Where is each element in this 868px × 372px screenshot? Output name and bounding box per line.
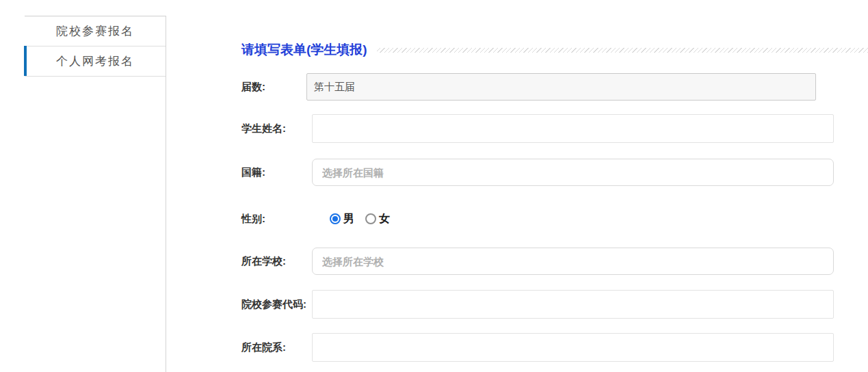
sidebar-item-institution-registration[interactable]: 院校参赛报名: [25, 16, 166, 46]
nationality-label: 国籍:: [241, 166, 312, 179]
form-title-row: 请填写表单(学生填报): [241, 40, 868, 60]
student-name-label: 学生姓名:: [241, 122, 312, 135]
student-name-input[interactable]: [312, 114, 834, 143]
field-row-school: 所在学校:: [241, 248, 868, 275]
school-label: 所在学校:: [241, 255, 312, 268]
gender-label: 性别:: [241, 213, 312, 226]
radio-male-icon[interactable]: [330, 213, 341, 224]
field-row-department: 所在院系:: [241, 333, 868, 362]
gender-option-female[interactable]: 女: [365, 212, 390, 226]
sidebar: 院校参赛报名 个人网考报名: [25, 16, 166, 77]
registration-page: 院校参赛报名 个人网考报名 请填写表单(学生填报) 届数: 学生姓名: 国籍:: [0, 0, 868, 372]
gender-radio-group: 男 女: [312, 212, 401, 226]
department-label: 所在院系:: [241, 341, 312, 354]
radio-female-icon[interactable]: [365, 213, 376, 224]
field-row-nationality: 国籍:: [241, 159, 868, 186]
school-select[interactable]: [312, 248, 834, 275]
nationality-select[interactable]: [312, 159, 834, 186]
field-row-gender: 性别: 男 女: [241, 205, 868, 232]
field-row-institution-code: 院校参赛代码:: [241, 290, 868, 319]
session-label: 届数:: [241, 81, 312, 94]
gender-option-male[interactable]: 男: [330, 212, 354, 226]
institution-code-input[interactable]: [312, 290, 834, 319]
department-input[interactable]: [312, 333, 834, 362]
field-row-student-name: 学生姓名:: [241, 114, 868, 143]
field-row-session: 届数:: [241, 73, 868, 101]
sidebar-item-label: 个人网考报名: [56, 53, 134, 69]
male-label: 男: [343, 212, 354, 226]
form-title: 请填写表单(学生填报): [241, 41, 367, 59]
form-panel: 请填写表单(学生填报) 届数: 学生姓名: 国籍: 性别: 男: [241, 40, 868, 362]
sidebar-item-personal-exam-registration[interactable]: 个人网考报名: [25, 46, 166, 77]
title-hatch-decoration: [377, 48, 868, 53]
session-input: [306, 73, 816, 101]
sidebar-divider: [166, 16, 166, 372]
institution-code-label: 院校参赛代码:: [241, 298, 312, 311]
sidebar-item-label: 院校参赛报名: [56, 23, 134, 39]
female-label: 女: [379, 212, 390, 226]
